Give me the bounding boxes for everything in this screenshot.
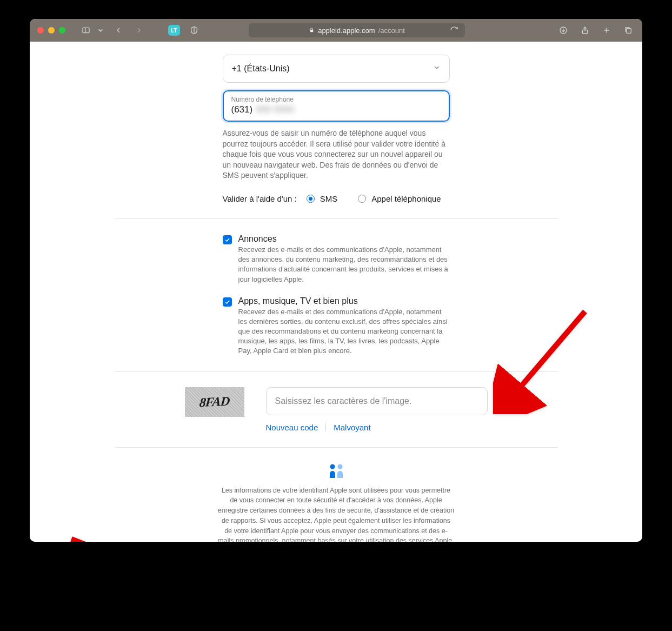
captcha-code-text: 8FAD bbox=[199, 394, 230, 410]
phone-number-field[interactable]: Numéro de téléphone (631) 000 0000 bbox=[223, 90, 450, 122]
checkbox-announcements-desc: Recevez des e-mails et des communication… bbox=[238, 245, 450, 284]
checkbox-apps-title: Apps, musique, TV et bien plus bbox=[238, 296, 450, 306]
phone-input-hidden: 000 0000 bbox=[256, 104, 294, 115]
phone-input-value: (631) bbox=[231, 104, 253, 115]
tabs-overview-icon[interactable] bbox=[622, 24, 635, 37]
privacy-handshake-icon bbox=[217, 463, 455, 479]
page-content: +1 (États-Unis) Numéro de téléphone (631… bbox=[30, 42, 642, 542]
radio-call[interactable] bbox=[358, 195, 366, 203]
privacy-section: Les informations de votre identifiant Ap… bbox=[115, 463, 558, 542]
captcha-placeholder: Saisissez les caractères de l'image. bbox=[275, 396, 412, 406]
checkbox-announcements[interactable] bbox=[223, 235, 232, 244]
annotation-arrow-continue bbox=[66, 531, 207, 542]
checkbox-announcements-row: Annonces Recevez des e-mails et des comm… bbox=[223, 234, 450, 284]
traffic-lights bbox=[37, 27, 65, 34]
url-host: appleid.apple.com bbox=[318, 26, 375, 35]
checkbox-apps-desc: Recevez des e-mails et des communication… bbox=[238, 307, 450, 356]
forward-button[interactable] bbox=[132, 24, 145, 37]
privacy-text: Les informations de votre identifiant Ap… bbox=[217, 486, 455, 542]
titlebar: LT appleid.apple.com/account bbox=[30, 19, 642, 42]
address-bar[interactable]: appleid.apple.com/account bbox=[249, 23, 465, 37]
marketing-section: Annonces Recevez des e-mails et des comm… bbox=[115, 234, 558, 372]
radio-sms[interactable] bbox=[307, 195, 315, 203]
safari-window: LT appleid.apple.com/account bbox=[30, 19, 642, 542]
share-icon[interactable] bbox=[578, 24, 591, 37]
checkbox-apps-row: Apps, musique, TV et bien plus Recevez d… bbox=[223, 296, 450, 356]
lock-icon bbox=[309, 26, 315, 35]
svg-rect-9 bbox=[627, 29, 631, 34]
svg-point-11 bbox=[330, 464, 335, 469]
maximize-window-button[interactable] bbox=[59, 27, 65, 34]
phone-section: +1 (États-Unis) Numéro de téléphone (631… bbox=[115, 55, 558, 219]
captcha-input[interactable]: Saisissez les caractères de l'image. bbox=[266, 387, 488, 415]
svg-line-13 bbox=[71, 539, 182, 542]
url-path: /account bbox=[378, 26, 405, 35]
captcha-section: 8FAD Saisissez les caractères de l'image… bbox=[115, 387, 558, 448]
verify-method-row: Valider à l'aide d'un : SMS Appel téléph… bbox=[223, 194, 450, 203]
phone-help-text: Assurez-vous de saisir un numéro de télé… bbox=[223, 128, 450, 181]
shield-icon[interactable] bbox=[188, 24, 201, 37]
captcha-impaired-link[interactable]: Malvoyant bbox=[326, 423, 378, 432]
close-window-button[interactable] bbox=[37, 27, 44, 34]
captcha-new-code-link[interactable]: Nouveau code bbox=[266, 423, 326, 432]
radio-sms-label: SMS bbox=[320, 194, 338, 203]
back-button[interactable] bbox=[112, 24, 125, 37]
country-code-select[interactable]: +1 (États-Unis) bbox=[223, 55, 450, 83]
checkbox-apps[interactable] bbox=[223, 297, 232, 307]
radio-call-label: Appel téléphonique bbox=[371, 194, 441, 203]
chevron-down-icon bbox=[433, 64, 441, 74]
svg-rect-0 bbox=[83, 28, 89, 32]
chevron-down-icon[interactable] bbox=[97, 24, 104, 37]
languagetool-extension-icon[interactable]: LT bbox=[168, 25, 180, 36]
downloads-icon[interactable] bbox=[557, 24, 570, 37]
svg-point-12 bbox=[337, 464, 342, 469]
privacy-text-body: Les informations de votre identifiant Ap… bbox=[218, 487, 454, 542]
captcha-image: 8FAD bbox=[185, 387, 244, 417]
verify-label: Valider à l'aide d'un : bbox=[223, 194, 297, 203]
phone-input-label: Numéro de téléphone bbox=[231, 96, 441, 103]
svg-rect-3 bbox=[310, 30, 314, 32]
checkbox-announcements-title: Annonces bbox=[238, 234, 450, 244]
minimize-window-button[interactable] bbox=[48, 27, 55, 34]
new-tab-icon[interactable] bbox=[600, 24, 613, 37]
reload-icon[interactable] bbox=[448, 24, 461, 37]
country-code-value: +1 (États-Unis) bbox=[232, 64, 290, 74]
sidebar-toggle-icon[interactable] bbox=[79, 24, 92, 37]
